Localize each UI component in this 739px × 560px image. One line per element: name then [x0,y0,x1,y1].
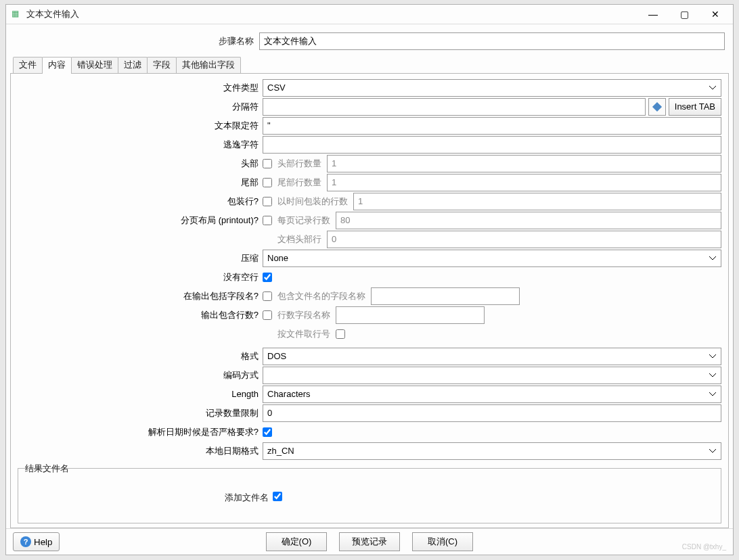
include-filename-label: 在输出包括字段名? [18,290,263,302]
length-label: Length [18,389,263,399]
wrapped-sublabel: 以时间包装的行数 [277,195,351,208]
footer-checkbox[interactable] [263,178,272,187]
tab-other-output[interactable]: 其他输出字段 [176,57,241,73]
strict-date-label: 解析日期时候是否严格要求? [18,426,263,438]
format-select[interactable]: DOS [263,348,721,365]
separator-input[interactable] [263,98,646,116]
ok-button[interactable]: 确定(O) [266,532,327,551]
stepname-input[interactable] [259,32,725,50]
include-rownum-label: 输出包含行数? [18,309,263,321]
tab-file[interactable]: 文件 [13,57,43,73]
file-type-label: 文件类型 [18,82,263,94]
separator-label: 分隔符 [18,101,263,113]
maximize-button[interactable]: ▢ [669,5,699,24]
content-panel: 文件类型 CSV 分隔符 Insert TAB 文本限定符 [10,74,729,528]
enclosure-label: 文本限定符 [18,120,263,132]
limit-label: 记录数量限制 [18,407,263,419]
dialog-footer: ? Help 确定(O) 预览记录 取消(C) CSDN @txhy_ [6,528,733,555]
close-button[interactable]: ✕ [700,5,730,24]
limit-input[interactable] [263,404,721,422]
no-empty-checkbox[interactable] [263,273,272,282]
file-type-select[interactable]: CSV [263,79,721,97]
window-title: 文本文件输入 [26,8,638,20]
wrapped-label: 包装行? [18,195,263,208]
escape-label: 逃逸字符 [18,139,263,151]
tab-content[interactable]: 内容 [42,57,72,73]
watermark: CSDN @txhy_ [682,543,726,551]
doc-header-input[interactable] [327,231,721,248]
cancel-button[interactable]: 取消(C) [412,532,473,551]
footer-sublabel: 尾部行数量 [277,177,324,189]
tab-error[interactable]: 错误处理 [71,57,118,73]
header-count-input[interactable] [327,155,721,172]
no-empty-label: 没有空行 [18,271,263,283]
tab-filter[interactable]: 过滤 [118,57,148,73]
wrapped-count-input[interactable] [353,193,721,210]
include-rownum-checkbox[interactable] [263,310,272,320]
result-filenames-fieldset: 结果文件名 添加文件名 [18,468,721,523]
stepname-label: 步骤名称 [14,35,259,47]
titlebar: ▦ 文本文件输入 — ▢ ✕ [6,5,733,24]
include-filename-field-input[interactable] [371,287,520,305]
include-rownum-field-input[interactable] [336,306,485,324]
encoding-label: 编码方式 [18,369,263,381]
dialog-window: ▦ 文本文件输入 — ▢ ✕ 步骤名称 文件 内容 错误处理 过滤 字段 其他输… [5,4,734,555]
locale-select[interactable]: zh_CN [263,442,721,460]
include-rownum-sublabel: 行数字段名称 [277,309,333,321]
compression-select[interactable]: None [263,250,721,267]
strict-date-checkbox[interactable] [263,427,272,437]
rownum-by-file-checkbox[interactable] [336,329,345,339]
footer-count-input[interactable] [327,174,721,191]
locale-label: 本地日期格式 [18,445,263,457]
tab-fields[interactable]: 字段 [147,57,177,73]
header-sublabel: 头部行数量 [277,158,324,170]
minimize-button[interactable]: — [638,5,668,24]
include-filename-sublabel: 包含文件名的字段名称 [277,290,368,302]
length-select[interactable]: Characters [263,386,721,403]
format-label: 格式 [18,350,263,363]
encoding-select[interactable] [263,367,721,384]
wrapped-checkbox[interactable] [263,197,272,206]
compression-label: 压缩 [18,252,263,264]
include-filename-checkbox[interactable] [263,291,272,301]
insert-tab-button[interactable]: Insert TAB [669,98,721,116]
header-label: 头部 [18,158,263,170]
app-icon: ▦ [12,9,22,20]
footer-label: 尾部 [18,177,263,189]
rownum-by-file-label: 按文件取行号 [277,328,333,340]
preview-button[interactable]: 预览记录 [339,532,400,551]
paged-sublabel: 每页记录行数 [277,214,333,227]
tab-bar: 文件 内容 错误处理 过滤 字段 其他输出字段 [10,57,729,74]
doc-header-sublabel: 文档头部行 [277,233,324,246]
header-checkbox[interactable] [263,159,272,168]
enclosure-input[interactable] [263,117,721,135]
add-filenames-label: 添加文件名 [24,492,273,504]
paged-label: 分页布局 (printout)? [18,214,263,227]
paged-count-input[interactable] [336,212,721,229]
paged-checkbox[interactable] [263,216,272,225]
add-filenames-checkbox[interactable] [273,492,282,501]
separator-var-icon[interactable] [648,98,666,116]
escape-input[interactable] [263,136,721,154]
